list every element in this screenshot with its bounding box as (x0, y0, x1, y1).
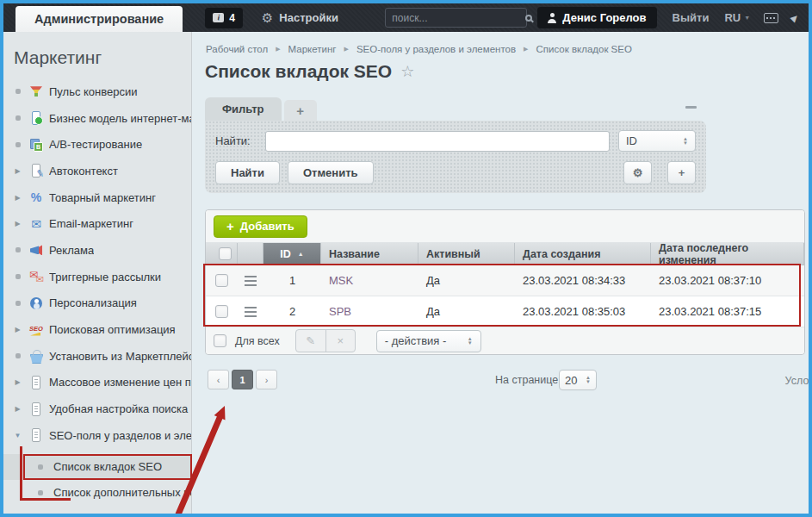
notifications-badge[interactable]: i 4 (205, 8, 243, 28)
chevron-right-icon[interactable]: ▶ (12, 167, 23, 175)
prev-page-button[interactable]: ‹ (208, 370, 229, 389)
cell-active: Да (418, 296, 515, 327)
pencil-icon: ✎ (306, 334, 315, 347)
pin-icon[interactable]: ► (786, 9, 803, 27)
hamburger-icon[interactable] (245, 276, 257, 286)
field-select[interactable]: ID ▲▼ (618, 130, 696, 152)
sidebar-subitem-additional-fields-list[interactable]: Список дополнительных полей (3, 480, 192, 506)
row-checkbox[interactable] (215, 305, 228, 318)
sidebar-item-autocontext[interactable]: ▶ Автоконтекст (3, 158, 192, 184)
sidebar-menu: Пульс конверсии Бизнес модель интернет-м… (3, 78, 192, 506)
column-header-id[interactable]: ID ▲ (263, 243, 321, 265)
add-button[interactable]: + Добавить (214, 215, 307, 238)
for-all-label: Для всех (235, 335, 280, 347)
sidebar-item-mass-price-change[interactable]: ▶ Массовое изменение цен по фи (3, 370, 192, 396)
bullet-marker (12, 142, 23, 147)
sidebar-item-search-setup[interactable]: ▶ Удобная настройка поиска по то (3, 396, 192, 422)
pagination: ‹ 1 › На странице: 20 ▲▼ (205, 370, 809, 390)
edit-button[interactable]: ✎ (296, 330, 325, 352)
cell-name-link[interactable]: MSK (329, 274, 353, 287)
find-button[interactable]: Найти (215, 161, 280, 184)
cell-date-created: 23.03.2021 08:35:03 (515, 296, 651, 327)
sidebar-item-trigger-mailings[interactable]: Триггерные рассылки (3, 264, 192, 290)
row-checkbox[interactable] (215, 274, 228, 287)
percent-icon (29, 190, 43, 204)
close-icon: × (337, 334, 344, 347)
hamburger-icon[interactable] (245, 307, 257, 317)
per-page-select[interactable]: 20 ▲▼ (559, 370, 597, 390)
column-header-active[interactable]: Активный (418, 243, 515, 265)
select-all-checkbox[interactable] (219, 247, 232, 260)
filter-settings-button[interactable]: ⚙ (623, 161, 652, 184)
current-page-button[interactable]: 1 (232, 370, 253, 389)
sidebar-title: Маркетинг (14, 47, 102, 68)
sidebar-item-product-marketing[interactable]: ▶ Товарный маркетинг (3, 184, 192, 211)
conditions-link-truncated[interactable]: Услов (785, 375, 809, 387)
star-icon[interactable]: ☆ (400, 62, 414, 81)
chevron-right-icon[interactable]: ▶ (12, 405, 23, 413)
cell-date-created: 23.03.2021 08:34:33 (515, 265, 651, 296)
grid-toolbar: + Добавить (206, 210, 804, 243)
caret-down-icon: ▼ (744, 15, 750, 21)
for-all-checkbox[interactable] (214, 334, 226, 347)
document-icon (29, 402, 43, 416)
search-icon[interactable] (525, 15, 532, 22)
breadcrumb-marketing[interactable]: Маркетинг (288, 44, 337, 54)
column-header-name[interactable]: Название (321, 243, 418, 265)
chevron-right-icon[interactable]: ▶ (12, 194, 23, 202)
sidebar-item-seo[interactable]: ▶ Поисковая оптимизация (3, 316, 192, 343)
email-icon (29, 217, 43, 231)
breadcrumb-separator-icon: ▶ (276, 46, 280, 53)
next-page-button[interactable]: › (256, 370, 277, 389)
find-label: Найти: (215, 134, 265, 147)
sidebar-item-marketplace[interactable]: Установить из Маркетплейс (3, 343, 192, 370)
column-header-date-modified[interactable]: Дата последнего изменения (651, 243, 804, 265)
chevron-right-icon[interactable]: ▶ (12, 326, 23, 333)
sidebar-item-ab-testing[interactable]: A/B-тестирование (3, 131, 192, 158)
cell-date-modified: 23.03.2021 08:37:15 (651, 296, 804, 327)
settings-menu[interactable]: ⚙ Настройки (262, 11, 338, 24)
cart-icon (29, 349, 43, 363)
logout-button[interactable]: Выйти (673, 11, 710, 24)
grid-header-row: ID ▲ Название Активный Дата создания Дат… (206, 243, 804, 265)
chevron-down-icon[interactable]: ▼ (12, 432, 23, 439)
breadcrumb-seo-tabs-list[interactable]: Список вкладок SEO (536, 44, 631, 54)
tab-filter[interactable]: Фильтр (205, 97, 282, 121)
sidebar-item-email-marketing[interactable]: ▶ Email-маркетинг (3, 210, 192, 237)
tab-administration[interactable]: Администрирование (15, 6, 183, 32)
add-filter-tab-button[interactable]: + (284, 100, 317, 121)
filter-add-field-button[interactable]: + (667, 161, 696, 184)
document-icon (29, 376, 43, 389)
cancel-button[interactable]: Отменить (288, 161, 374, 184)
sidebar-subitem-seo-tabs-list[interactable]: Список вкладок SEO (3, 454, 192, 480)
column-header-date-created[interactable]: Дата создания (515, 243, 651, 265)
sidebar-marketing: Маркетинг Пульс конверсии Бизнес модель … (3, 32, 192, 514)
sidebar-item-personalization[interactable]: Персонализация (3, 290, 192, 317)
plus-icon: + (226, 219, 234, 234)
breadcrumb-desktop[interactable]: Рабочий стол (206, 44, 268, 54)
sidebar-item-advertising[interactable]: Реклама (3, 237, 192, 264)
notifications-count: 4 (229, 12, 235, 24)
keyboard-icon[interactable] (764, 13, 778, 23)
chevron-right-icon[interactable]: ▶ (12, 378, 23, 386)
search-input[interactable] (392, 12, 525, 24)
admin-window: Администрирование i 4 ⚙ Настройки Денис … (0, 0, 812, 517)
cell-id: 1 (263, 265, 321, 296)
cell-name-link[interactable]: SPB (329, 305, 351, 318)
sidebar-item-business-model[interactable]: Бизнес модель интернет-магази (3, 105, 192, 132)
collapse-filter-button[interactable] (685, 106, 697, 109)
filter-tabs: Фильтр + (205, 97, 706, 121)
delete-button[interactable]: × (325, 330, 355, 352)
user-menu-button[interactable]: Денис Горелов (537, 7, 656, 28)
sidebar-item-conversion-pulse[interactable]: Пульс конверсии (3, 78, 192, 105)
filter-panel: Фильтр + Найти: ID ▲▼ Найти Отменить (205, 97, 706, 193)
find-input[interactable] (265, 131, 610, 152)
breadcrumb-seo-fields[interactable]: SEO-поля у разделов и элементов (356, 44, 516, 54)
notification-bubble-icon: i (213, 13, 224, 22)
filter-body: Найти: ID ▲▼ Найти Отменить ⚙ + (205, 121, 706, 193)
actions-select[interactable]: - действия - ▲▼ (376, 330, 481, 352)
chevron-right-icon[interactable]: ▶ (12, 220, 23, 227)
language-selector[interactable]: RU ▼ (724, 11, 750, 24)
sidebar-item-seo-fields[interactable]: ▼ SEO-поля у разделов и элемент (3, 422, 192, 449)
seo-icon (29, 323, 43, 337)
